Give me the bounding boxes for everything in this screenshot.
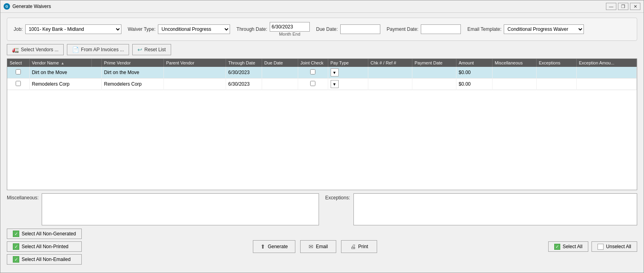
pay-type-dropdown-0[interactable]: ▼ [331,68,339,76]
select-all-non-generated-label: Select All Non-Generated [22,231,76,237]
due-date-cell-0 [262,67,298,78]
exception-amount-cell-1 [576,78,637,90]
miscellaneous-label: Miscellaneous: [7,195,38,201]
window-title: Generate Waivers [12,4,51,9]
chk-ref-cell-0 [368,67,412,78]
content-area: Job: 1001- Key Bank - Midland Waiver Typ… [0,13,644,273]
from-ap-invoices-button[interactable]: 📄 From AP Invoices ... [67,44,129,55]
title-bar-left: G Generate Waivers [4,3,51,10]
col-payment-date: Payment Date [412,59,456,67]
email-button[interactable]: ✉ Email [300,240,336,253]
email-template-select[interactable]: Conditional Progress Waiver [504,24,584,34]
sort-arrow: ▲ [61,61,65,65]
email-icon: ✉ [309,243,313,250]
select-cell-1 [7,78,29,90]
check-icon-3: ✓ [13,256,19,263]
col-chk-ref: Chk # / Ref # [368,59,412,67]
chk-ref-cell-1 [368,78,412,90]
misc-section: Miscellaneous: [7,193,319,225]
miscellaneous-textarea[interactable] [42,193,319,225]
row-checkbox-0[interactable] [16,69,21,74]
select-all-button[interactable]: ✓ Select All [548,241,588,252]
through-date-cell-0: 6/30/2023 [226,67,262,78]
reset-list-button[interactable]: ↩ Reset List [132,44,171,55]
through-date-input[interactable]: 6/30/2023 [270,22,310,32]
due-date-cell-1 [262,78,298,90]
due-date-input[interactable] [340,24,380,34]
filter-panel: Job: 1001- Key Bank - Midland Waiver Typ… [7,18,637,41]
select-all-non-emailed-label: Select All Non-Emailed [22,257,71,262]
select-all-check-icon: ✓ [554,244,560,250]
col-pay-type: Pay Type [328,59,368,67]
payment-date-cell-0 [412,67,456,78]
print-label: Print [358,244,368,249]
footer-right-buttons: ✓ Select All Unselect All [548,241,637,252]
col-parent-vendor: Parent Vendor [164,59,226,67]
select-all-non-printed-button[interactable]: ✓ Select All Non-Printed [7,241,82,252]
minimize-button[interactable]: — [606,3,616,10]
joint-check-cell-0 [298,67,328,78]
vendors-icon: 🚛 [12,46,19,53]
generate-icon: ⬆ [260,243,265,250]
vendors-table-container: Select Vendor Name ▲ Prime Vendor Parent… [7,58,637,190]
pay-type-dropdown-1[interactable]: ▼ [331,80,339,88]
misc-cell-1 [492,78,536,90]
from-ap-invoices-label: From AP Invoices ... [81,47,124,52]
due-date-label: Due Date: [316,26,338,32]
reset-list-label: Reset List [144,47,166,52]
joint-check-checkbox-1[interactable] [310,81,315,86]
unselect-all-button[interactable]: Unselect All [592,241,637,252]
select-all-non-printed-label: Select All Non-Printed [22,244,69,249]
toolbar: 🚛 Select Vendors ... 📄 From AP Invoices … [7,44,637,55]
joint-check-cell-1 [298,78,328,90]
waiver-type-label: Waiver Type: [128,26,155,32]
col-exception-amount: Exception Amou... [576,59,637,67]
col-prime-vendor: Prime Vendor [101,59,164,67]
email-template-label: Email Template: [467,26,501,32]
parent-vendor-cell-0 [164,67,226,78]
select-all-non-generated-button[interactable]: ✓ Select All Non-Generated [7,229,82,239]
col-vendor-sort [91,59,101,67]
amount-cell-0: $0.00 [456,67,492,78]
invoices-icon: 📄 [72,46,79,53]
exception-amount-cell-0 [576,67,637,78]
select-cell-0 [7,67,29,78]
waiver-type-group: Waiver Type: Unconditional Progress [128,24,230,34]
select-all-label: Select All [563,244,582,249]
job-group: Job: 1001- Key Bank - Midland [14,24,121,34]
close-button[interactable]: ✕ [630,3,640,10]
through-date-label: Through Date: [236,26,267,32]
col-vendor-name: Vendor Name ▲ [29,59,91,67]
col-exceptions: Exceptions [536,59,576,67]
footer-left-buttons: ✓ Select All Non-Generated ✓ Select All … [7,229,82,265]
select-all-non-emailed-button[interactable]: ✓ Select All Non-Emailed [7,254,82,265]
payment-date-group: Payment Date: [387,24,461,34]
vendor-name-cell-0: Dirt on the Move [29,67,101,78]
app-icon: G [4,3,10,10]
exceptions-textarea[interactable] [353,193,637,225]
prime-vendor-cell-1: Remodelers Corp [101,78,164,90]
parent-vendor-cell-1 [164,78,226,90]
footer-center-buttons: ⬆ Generate ✉ Email 🖨 Print [253,240,377,253]
row-checkbox-1[interactable] [16,81,21,86]
job-label: Job: [14,26,23,32]
joint-check-checkbox-0[interactable] [310,69,315,74]
select-vendors-label: Select Vendors ... [21,47,59,52]
payment-date-input[interactable] [421,24,461,34]
pay-type-cell-1: ▼ [328,78,368,90]
restore-button[interactable]: ❒ [618,3,628,10]
title-bar-controls: — ❒ ✕ [606,3,640,10]
print-button[interactable]: 🖨 Print [341,240,377,253]
job-select[interactable]: 1001- Key Bank - Midland [25,24,121,34]
due-date-group: Due Date: [316,24,380,34]
waiver-type-select[interactable]: Unconditional Progress [158,24,230,34]
payment-date-cell-1 [412,78,456,90]
exceptions-cell-0 [536,67,576,78]
print-icon: 🖨 [350,243,356,250]
check-icon-2: ✓ [13,243,19,250]
generate-button[interactable]: ⬆ Generate [253,240,295,253]
title-bar: G Generate Waivers — ❒ ✕ [0,0,644,13]
footer-buttons: ✓ Select All Non-Generated ✓ Select All … [7,229,637,268]
select-vendors-button[interactable]: 🚛 Select Vendors ... [7,44,64,55]
month-end-label: Month End [279,32,300,36]
